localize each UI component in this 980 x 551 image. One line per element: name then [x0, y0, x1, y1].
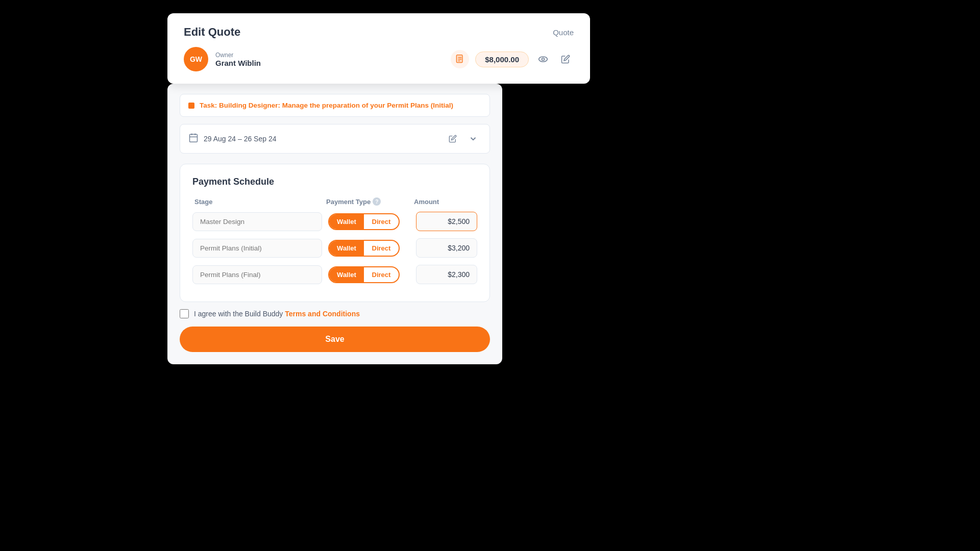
payment-toggle-1: Wallet Direct	[328, 213, 400, 230]
payment-row: Wallet Direct	[192, 212, 477, 231]
stage-input-1[interactable]	[192, 212, 322, 231]
edit-button[interactable]	[557, 51, 574, 67]
col-stage: Stage	[194, 197, 320, 206]
date-bar: 29 Aug 24 – 26 Sep 24	[180, 124, 490, 154]
view-button[interactable]	[535, 51, 551, 67]
calendar-icon	[188, 133, 199, 145]
payment-schedule-title: Payment Schedule	[192, 177, 477, 187]
payment-toggle-3: Wallet Direct	[328, 266, 400, 283]
date-chevron-button[interactable]	[465, 131, 481, 147]
payment-section: Payment Schedule Stage Payment Type ? Am…	[180, 164, 490, 302]
top-card: Edit Quote Quote GW Owner Grant Wiblin	[167, 13, 590, 84]
task-bar: Task: Building Designer: Manage the prep…	[180, 94, 490, 117]
wallet-toggle-1[interactable]: Wallet	[329, 214, 364, 229]
date-actions	[445, 131, 481, 147]
stage-input-2[interactable]	[192, 239, 322, 258]
svg-rect-7	[190, 134, 198, 142]
owner-section: GW Owner Grant Wiblin	[184, 47, 261, 71]
payment-toggle-2: Wallet Direct	[328, 240, 400, 257]
wallet-toggle-2[interactable]: Wallet	[329, 241, 364, 256]
date-left: 29 Aug 24 – 26 Sep 24	[188, 133, 276, 145]
top-card-header: Edit Quote Quote	[184, 26, 574, 39]
owner-name: Grant Wiblin	[215, 59, 261, 67]
main-card: Task: Building Designer: Manage the prep…	[167, 84, 502, 364]
owner-info: Owner Grant Wiblin	[215, 52, 261, 67]
date-edit-button[interactable]	[445, 131, 461, 147]
task-dot	[188, 103, 194, 109]
help-icon: ?	[373, 197, 381, 206]
amount-input-2[interactable]	[416, 238, 477, 258]
date-range: 29 Aug 24 – 26 Sep 24	[204, 135, 276, 143]
col-amount: Amount	[414, 197, 475, 206]
amount-input-1[interactable]	[416, 212, 477, 231]
col-payment-type: Payment Type ?	[326, 197, 408, 206]
save-button[interactable]: Save	[180, 327, 490, 352]
top-card-actions	[535, 51, 574, 67]
owner-label: Owner	[215, 52, 261, 59]
quote-label: Quote	[553, 28, 574, 37]
terms-link[interactable]: Terms and Conditions	[285, 310, 360, 318]
edit-quote-title: Edit Quote	[184, 26, 240, 39]
top-card-body: GW Owner Grant Wiblin $8,000.00	[184, 47, 574, 71]
doc-icon	[451, 50, 469, 68]
direct-toggle-1[interactable]: Direct	[364, 214, 399, 229]
svg-rect-0	[457, 55, 463, 63]
svg-point-6	[542, 58, 545, 61]
payment-row: Wallet Direct	[192, 238, 477, 258]
task-text: Task: Building Designer: Manage the prep…	[200, 102, 453, 109]
direct-toggle-3[interactable]: Direct	[364, 267, 399, 282]
page-wrapper: Edit Quote Quote GW Owner Grant Wiblin	[0, 0, 980, 551]
terms-row: I agree with the Build Buddy Terms and C…	[180, 309, 490, 318]
avatar: GW	[184, 47, 208, 71]
terms-checkbox[interactable]	[180, 309, 189, 318]
svg-point-5	[539, 57, 548, 62]
quote-amount-section: $8,000.00	[451, 50, 574, 68]
stage-input-3[interactable]	[192, 265, 322, 284]
amount-input-3[interactable]	[416, 265, 477, 284]
payment-row: Wallet Direct	[192, 265, 477, 284]
quote-amount: $8,000.00	[475, 52, 529, 67]
direct-toggle-2[interactable]: Direct	[364, 241, 399, 256]
wallet-toggle-3[interactable]: Wallet	[329, 267, 364, 282]
payment-table-header: Stage Payment Type ? Amount	[192, 197, 477, 206]
terms-text: I agree with the Build Buddy Terms and C…	[194, 310, 360, 318]
